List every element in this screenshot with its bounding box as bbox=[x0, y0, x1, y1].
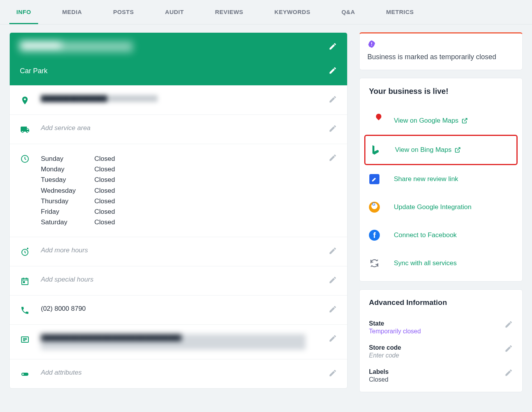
state-row: State Temporarily closed bbox=[369, 315, 513, 340]
view-bing-maps-link[interactable]: View on Bing Maps bbox=[369, 141, 513, 159]
external-link-icon bbox=[455, 147, 461, 153]
alert-text: Business is marked as temporarily closed bbox=[367, 53, 514, 61]
service-area-row: Add service area bbox=[10, 114, 347, 144]
service-area-placeholder: Add service area bbox=[41, 124, 91, 132]
share-review-link[interactable]: Share new review link bbox=[369, 165, 513, 193]
svg-point-6 bbox=[22, 373, 24, 375]
labels-row: Labels Closed bbox=[369, 364, 513, 388]
address-row: ████████████████ bbox=[10, 85, 347, 114]
edit-description-button[interactable] bbox=[328, 334, 337, 344]
tab-metrics[interactable]: METRICS bbox=[379, 0, 421, 24]
business-name: ██████████ bbox=[20, 41, 133, 52]
google-maps-icon bbox=[369, 115, 380, 126]
edit-more-hours-button[interactable] bbox=[328, 246, 337, 256]
edit-service-area-button[interactable] bbox=[328, 124, 337, 134]
truck-icon bbox=[20, 124, 30, 134]
live-card: Your business is live! View on Google Ma… bbox=[359, 78, 523, 282]
special-hours-row: Add special hours bbox=[10, 266, 347, 295]
edit-special-hours-button[interactable] bbox=[328, 276, 337, 285]
advanced-info-card: Advanced Information State Temporarily c… bbox=[359, 289, 523, 392]
sync-icon bbox=[369, 258, 380, 269]
alert-card: Business is marked as temporarily closed bbox=[359, 32, 523, 70]
hours-row: Sunday Monday Tuesday Wednesday Thursday… bbox=[10, 144, 347, 237]
business-category: Car Park bbox=[20, 67, 47, 75]
store-code-placeholder: Enter code bbox=[369, 352, 401, 359]
more-hours-row: Add more hours bbox=[10, 237, 347, 266]
alert-icon bbox=[367, 40, 376, 48]
description-icon bbox=[20, 334, 30, 344]
live-title: Your business is live! bbox=[369, 87, 513, 96]
tab-reviews[interactable]: REVIEWS bbox=[208, 0, 250, 24]
phone-value: (02) 8000 8790 bbox=[41, 305, 86, 312]
tabs-bar: INFO MEDIA POSTS AUDIT REVIEWS KEYWORDS … bbox=[0, 0, 532, 25]
phone-row: (02) 8000 8790 bbox=[10, 295, 347, 324]
edit-hours-button[interactable] bbox=[328, 153, 337, 163]
attributes-row: Add attributes bbox=[10, 359, 347, 388]
store-code-label: Store code bbox=[369, 344, 401, 351]
google-integration-icon bbox=[369, 202, 380, 213]
phone-icon bbox=[20, 305, 30, 315]
edit-category-button[interactable] bbox=[328, 66, 337, 76]
advanced-title: Advanced Information bbox=[369, 298, 513, 307]
review-icon bbox=[369, 174, 380, 185]
view-google-maps-link[interactable]: View on Google Maps bbox=[369, 107, 513, 135]
edit-labels-button[interactable] bbox=[504, 368, 513, 378]
tab-posts[interactable]: POSTS bbox=[106, 0, 141, 24]
svg-rect-7 bbox=[371, 42, 372, 44]
edit-name-button[interactable] bbox=[328, 42, 337, 52]
labels-label: Labels bbox=[369, 368, 389, 375]
state-value: Temporarily closed bbox=[369, 328, 421, 335]
svg-rect-8 bbox=[371, 45, 372, 46]
sync-services-link[interactable]: Sync with all services bbox=[369, 249, 513, 277]
external-link-icon bbox=[462, 118, 468, 124]
hours-days-column: Sunday Monday Tuesday Wednesday Thursday… bbox=[41, 153, 75, 227]
clock-icon bbox=[20, 153, 30, 164]
store-code-row: Store code Enter code bbox=[369, 340, 513, 364]
update-google-integration-link[interactable]: Update Google Integration bbox=[369, 193, 513, 221]
special-hours-placeholder: Add special hours bbox=[41, 276, 93, 283]
tab-media[interactable]: MEDIA bbox=[55, 0, 89, 24]
tab-qa[interactable]: Q&A bbox=[334, 0, 362, 24]
connect-facebook-link[interactable]: f Connect to Facebook bbox=[369, 221, 513, 249]
tag-icon bbox=[20, 369, 30, 379]
edit-attributes-button[interactable] bbox=[328, 369, 337, 379]
address-value: ████████████████ bbox=[41, 95, 158, 102]
labels-value: Closed bbox=[369, 376, 389, 383]
svg-rect-3 bbox=[23, 282, 25, 283]
bing-maps-highlight: View on Bing Maps bbox=[364, 135, 518, 165]
calendar-icon bbox=[20, 276, 30, 286]
edit-phone-button[interactable] bbox=[328, 305, 337, 315]
edit-state-button[interactable] bbox=[504, 320, 513, 330]
bing-icon bbox=[370, 144, 381, 155]
description-value: ██████████████████████████████████ bbox=[41, 334, 306, 350]
clock-plus-icon bbox=[20, 246, 30, 257]
tab-info[interactable]: INFO bbox=[9, 0, 38, 24]
facebook-icon: f bbox=[369, 230, 380, 241]
more-hours-placeholder: Add more hours bbox=[41, 246, 88, 254]
edit-address-button[interactable] bbox=[328, 95, 337, 105]
state-label: State bbox=[369, 320, 421, 327]
info-panel: ██████████ Car Park ██████████ bbox=[9, 32, 348, 389]
location-pin-icon bbox=[20, 95, 30, 105]
description-row: ██████████████████████████████████ bbox=[10, 324, 347, 359]
attributes-placeholder: Add attributes bbox=[41, 369, 82, 376]
tab-keywords[interactable]: KEYWORDS bbox=[267, 0, 317, 24]
hours-status-column: Closed Closed Closed Closed Closed Close… bbox=[94, 153, 115, 227]
edit-store-code-button[interactable] bbox=[504, 344, 513, 354]
tab-audit[interactable]: AUDIT bbox=[158, 0, 191, 24]
business-header: ██████████ Car Park bbox=[10, 33, 347, 85]
